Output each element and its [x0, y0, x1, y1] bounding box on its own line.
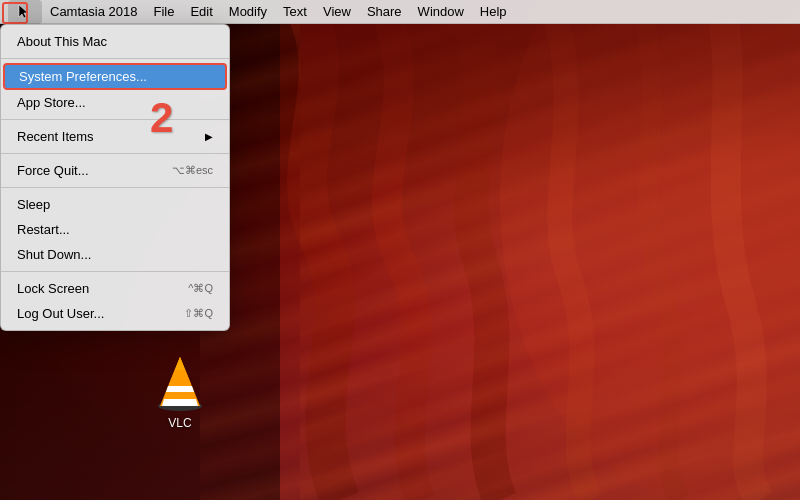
- submenu-arrow: ▶: [205, 131, 213, 142]
- menubar-file[interactable]: File: [145, 0, 182, 24]
- menubar-view[interactable]: View: [315, 0, 359, 24]
- menu-separator-5: [1, 271, 229, 272]
- menu-item-system-preferences[interactable]: System Preferences...: [3, 63, 227, 90]
- svg-marker-10: [175, 357, 185, 370]
- svg-point-2: [500, 0, 800, 500]
- menu-separator-3: [1, 153, 229, 154]
- menubar-edit[interactable]: Edit: [182, 0, 220, 24]
- vlc-cone-image: [155, 352, 205, 412]
- menu-item-shutdown[interactable]: Shut Down...: [1, 242, 229, 267]
- menu-item-recent-items[interactable]: Recent Items ▶: [1, 124, 229, 149]
- menubar: Camtasia 2018 File Edit Modify Text View…: [0, 0, 800, 24]
- menubar-text[interactable]: Text: [275, 0, 315, 24]
- vlc-label: VLC: [168, 416, 191, 430]
- svg-marker-7: [166, 386, 194, 392]
- menubar-window[interactable]: Window: [410, 0, 472, 24]
- menubar-modify[interactable]: Modify: [221, 0, 275, 24]
- menu-item-force-quit[interactable]: Force Quit... ⌥⌘esc: [1, 158, 229, 183]
- cursor-highlight-box: [2, 2, 28, 24]
- menu-item-about[interactable]: About This Mac: [1, 29, 229, 54]
- menu-item-app-store[interactable]: App Store...: [1, 90, 229, 115]
- menubar-help[interactable]: Help: [472, 0, 515, 24]
- menu-item-sleep[interactable]: Sleep: [1, 192, 229, 217]
- menu-item-lock-screen[interactable]: Lock Screen ^⌘Q: [1, 276, 229, 301]
- menubar-share[interactable]: Share: [359, 0, 410, 24]
- menubar-camtasia[interactable]: Camtasia 2018: [42, 0, 145, 24]
- menu-item-restart[interactable]: Restart...: [1, 217, 229, 242]
- svg-marker-8: [164, 392, 196, 399]
- vlc-desktop-icon[interactable]: VLC: [155, 352, 205, 430]
- apple-dropdown-menu: About This Mac System Preferences... App…: [0, 24, 230, 331]
- svg-marker-9: [162, 399, 198, 406]
- menu-separator-4: [1, 187, 229, 188]
- menu-separator-1: [1, 58, 229, 59]
- menu-item-logout[interactable]: Log Out User... ⇧⌘Q: [1, 301, 229, 326]
- annotation-number-2: 2: [150, 94, 173, 142]
- menu-separator-2: [1, 119, 229, 120]
